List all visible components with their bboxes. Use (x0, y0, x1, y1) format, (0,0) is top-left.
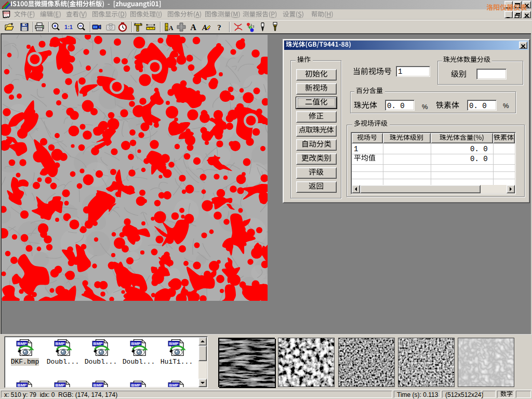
svg-text:A: A (169, 24, 174, 32)
svg-text:BMP: BMP (18, 383, 27, 387)
svg-text:BMP: BMP (56, 383, 65, 387)
svg-text:DOC: DOC (4, 11, 11, 15)
svg-text:?: ? (217, 23, 221, 32)
svg-text:BMP: BMP (94, 383, 103, 387)
svg-text:1:1: 1:1 (64, 24, 73, 30)
svg-text:BMP: BMP (131, 383, 141, 387)
svg-text:A: A (190, 23, 196, 32)
svg-text:A: A (202, 24, 207, 32)
svg-text:BMP: BMP (169, 383, 179, 387)
svg-text:3: 3 (252, 25, 255, 28)
